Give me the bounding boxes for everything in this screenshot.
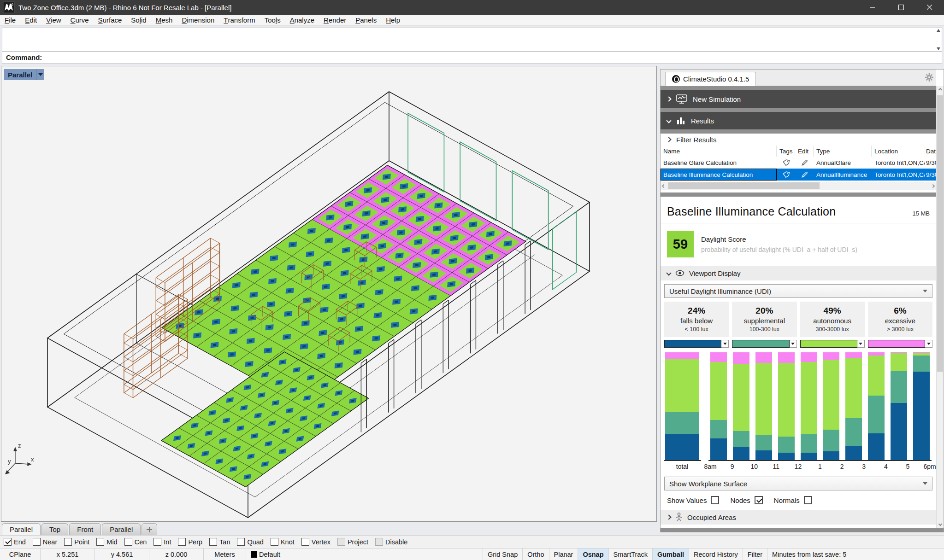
viewport-3d-scene[interactable]: zxy <box>1 66 657 522</box>
osnap-cen[interactable]: Cen <box>124 538 147 546</box>
edit-cell[interactable] <box>795 157 814 169</box>
menu-transform[interactable]: Transform <box>219 15 260 26</box>
checkbox[interactable] <box>337 538 345 546</box>
osnap-vertex[interactable]: Vertex <box>301 538 330 546</box>
swatch-dropdown-button[interactable] <box>857 340 865 348</box>
tab-climatestudio[interactable]: ClimateStudio 0.4.1.5 <box>665 72 756 86</box>
checkbox[interactable] <box>64 538 72 546</box>
checkbox[interactable] <box>33 538 41 546</box>
scrollbar-thumb[interactable] <box>668 182 820 189</box>
menu-mesh[interactable]: Mesh <box>151 15 177 26</box>
osnap-knot[interactable]: Knot <box>271 538 295 546</box>
swatch-dropdown-button[interactable] <box>925 340 932 348</box>
scroll-down-icon[interactable] <box>937 47 940 50</box>
status-y-4-561[interactable]: y 4.561 <box>95 548 149 560</box>
status-toggle-osnap[interactable]: Osnap <box>578 548 608 560</box>
menu-surface[interactable]: Surface <box>94 15 127 26</box>
command-history[interactable] <box>2 28 942 52</box>
menu-dimension[interactable]: Dimension <box>177 15 219 26</box>
checkbox[interactable] <box>209 538 217 546</box>
status-toggle-grid-snap[interactable]: Grid Snap <box>483 548 523 560</box>
color-swatch[interactable] <box>664 340 721 348</box>
osnap-project[interactable]: Project <box>337 538 368 546</box>
viewport-tab-top-1[interactable]: Top <box>41 523 68 535</box>
checkbox[interactable] <box>271 538 278 546</box>
checkbox[interactable] <box>804 496 812 504</box>
checkbox[interactable] <box>124 538 132 546</box>
menu-analyze[interactable]: Analyze <box>285 15 319 26</box>
occupied-areas-toggle[interactable]: Occupied Areas <box>661 510 936 525</box>
osnap-tan[interactable]: Tan <box>209 538 230 546</box>
viewport-display-toggle[interactable]: Viewport Display <box>661 266 936 280</box>
close-button[interactable] <box>915 0 944 15</box>
table-horizontal-scrollbar[interactable] <box>661 182 936 190</box>
scroll-right-icon[interactable] <box>930 185 936 187</box>
column-header-type[interactable]: Type <box>814 146 872 157</box>
command-input[interactable]: Command: <box>2 52 942 64</box>
menu-panels[interactable]: Panels <box>351 15 381 26</box>
status-toggle-record-history[interactable]: Record History <box>689 548 743 560</box>
add-viewport-tab[interactable] <box>142 523 157 535</box>
column-header-edit[interactable]: Edit <box>795 146 814 157</box>
option-nodes[interactable]: Nodes <box>730 496 762 504</box>
status-toggle-smarttrack[interactable]: SmartTrack <box>609 548 653 560</box>
checkbox[interactable] <box>96 538 104 546</box>
checkbox[interactable] <box>4 538 12 546</box>
osnap-mid[interactable]: Mid <box>96 538 117 546</box>
menu-file[interactable]: File <box>0 15 20 26</box>
column-header-location[interactable]: Location <box>872 146 925 157</box>
edit-pencil-icon[interactable] <box>801 171 808 179</box>
viewport-tab-parallel-3[interactable]: Parallel <box>102 523 141 535</box>
osnap-quad[interactable]: Quad <box>237 538 263 546</box>
filter-results-toggle[interactable]: Filter Results <box>661 134 936 146</box>
color-swatch[interactable] <box>800 340 857 348</box>
section-new-simulation[interactable]: New Simulation <box>661 90 936 108</box>
column-header-tags[interactable]: Tags <box>777 146 795 157</box>
checkbox[interactable] <box>237 538 245 546</box>
viewport-tab-front-2[interactable]: Front <box>69 523 101 535</box>
command-scrollbar[interactable] <box>935 28 942 51</box>
scroll-down-icon[interactable] <box>937 520 944 528</box>
column-header-name[interactable]: Name <box>661 146 777 157</box>
viewport-menu-arrow[interactable] <box>36 69 44 80</box>
osnap-disable[interactable]: Disable <box>375 538 407 546</box>
status-default[interactable]: Default <box>246 548 315 560</box>
status-toggle-filter[interactable]: Filter <box>743 548 767 560</box>
table-row[interactable]: Baseline Glare CalculationAnnualGlareTor… <box>661 157 936 169</box>
menu-tools[interactable]: Tools <box>260 15 285 26</box>
scroll-up-icon[interactable] <box>937 29 940 32</box>
table-row[interactable]: Baseline Illuminance CalculationAnnualIl… <box>661 169 936 181</box>
osnap-int[interactable]: Int <box>153 538 171 546</box>
status-cplane[interactable]: CPlane <box>0 548 41 560</box>
status-meters[interactable]: Meters <box>204 548 246 560</box>
option-show-values[interactable]: Show Values <box>667 496 719 504</box>
status-toggle-minutes-from-last-save-5[interactable]: Minutes from last save: 5 <box>767 548 944 560</box>
viewport-title-badge[interactable]: Parallel <box>4 69 44 80</box>
menu-render[interactable]: Render <box>319 15 351 26</box>
minimize-button[interactable] <box>858 0 887 15</box>
scroll-up-icon[interactable] <box>937 86 944 93</box>
checkbox[interactable] <box>178 538 186 546</box>
menu-edit[interactable]: Edit <box>20 15 41 26</box>
checkbox[interactable] <box>375 538 383 546</box>
panel-vertical-scrollbar[interactable] <box>936 86 944 528</box>
swatch-dropdown-button[interactable] <box>721 340 729 348</box>
color-swatch[interactable] <box>732 340 789 348</box>
gear-icon[interactable] <box>925 73 933 83</box>
viewport-tab-parallel-0[interactable]: Parallel <box>2 523 41 535</box>
checkbox[interactable] <box>301 538 309 546</box>
menu-solid[interactable]: Solid <box>126 15 151 26</box>
status-toggle-gumball[interactable]: Gumball <box>653 548 689 560</box>
osnap-near[interactable]: Near <box>33 538 57 546</box>
display-mode-dropdown[interactable]: Useful Daylight Illuminance (UDI) <box>664 284 932 298</box>
status-toggle-planar[interactable]: Planar <box>549 548 578 560</box>
scrollbar-thumb[interactable] <box>937 95 943 372</box>
status-toggle-ortho[interactable]: Ortho <box>523 548 549 560</box>
viewport-3d[interactable]: Parallel zxy <box>1 66 657 522</box>
swatch-dropdown-button[interactable] <box>790 340 797 348</box>
checkbox[interactable] <box>711 496 719 504</box>
option-normals[interactable]: Normals <box>774 496 812 504</box>
osnap-point[interactable]: Point <box>64 538 89 546</box>
menu-help[interactable]: Help <box>381 15 405 26</box>
column-header-date[interactable]: Date <box>925 146 936 157</box>
